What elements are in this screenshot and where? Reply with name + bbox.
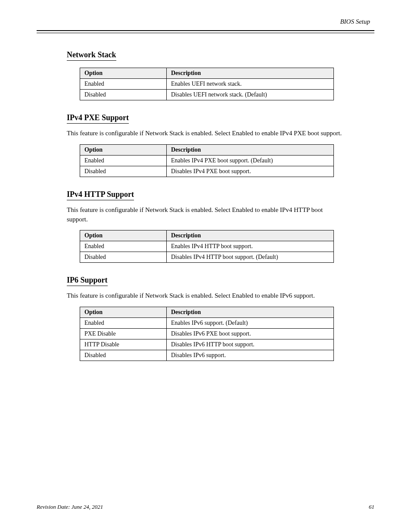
desc-cell: Disables IPv4 PXE boot support. <box>167 166 334 177</box>
table-header-row: Option Description <box>80 68 334 79</box>
desc-cell: Disables IPv6 PXE boot support. <box>167 329 334 339</box>
desc-cell: Enables IPv4 HTTP boot support. <box>167 241 334 252</box>
opt-cell: Disabled <box>80 90 167 100</box>
section-title: Network Stack <box>67 50 116 61</box>
section-desc: This feature is configurable if Network … <box>67 129 342 138</box>
section-ipv4-pxe: IPv4 PXE Support This feature is configu… <box>67 113 374 177</box>
options-table: Option Description Enabled Enables IPv4 … <box>80 230 334 263</box>
opt-cell: Enabled <box>80 79 167 90</box>
desc-cell: Disables UEFI network stack. (Default) <box>167 90 334 100</box>
table-row: Disabled Disables IPv4 PXE boot support. <box>80 166 334 177</box>
desc-cell: Disables IPv4 HTTP boot support. (Defaul… <box>167 252 334 263</box>
desc-cell: Enables IPv6 support. (Default) <box>167 318 334 329</box>
header-right: BIOS Setup <box>340 18 370 25</box>
table-header-row: Option Description <box>80 307 334 318</box>
opt-cell: Disabled <box>80 350 167 361</box>
table-row: PXE Disable Disables IPv6 PXE boot suppo… <box>80 329 334 339</box>
col-description: Description <box>167 307 334 318</box>
footer-revision: Revision Date: June 24, 2021 <box>37 504 103 510</box>
footer: Revision Date: June 24, 2021 61 <box>37 504 374 510</box>
double-rule <box>37 30 374 33</box>
col-description: Description <box>167 68 334 79</box>
footer-page: 61 <box>369 504 374 510</box>
section-title: IP6 Support <box>67 276 108 286</box>
opt-cell: Enabled <box>80 318 167 329</box>
opt-cell: HTTP Disable <box>80 339 167 350</box>
col-option: Option <box>80 68 167 79</box>
desc-cell: Disables IPv6 HTTP boot support. <box>167 339 334 350</box>
opt-cell: Enabled <box>80 241 167 252</box>
options-table: Option Description Enabled Enables IPv6 … <box>80 307 334 361</box>
table-header-row: Option Description <box>80 144 334 155</box>
table-row: Disabled Disables UEFI network stack. (D… <box>80 90 334 100</box>
desc-cell: Disables IPv6 support. <box>167 350 334 361</box>
col-description: Description <box>167 144 334 155</box>
section-ipv4-http: IPv4 HTTP Support This feature is config… <box>67 190 374 263</box>
col-option: Option <box>80 307 167 318</box>
options-table: Option Description Enabled Enables UEFI … <box>80 68 334 100</box>
desc-cell: Enables UEFI network stack. <box>167 79 334 90</box>
table-row: HTTP Disable Disables IPv6 HTTP boot sup… <box>80 339 334 350</box>
section-title: IPv4 PXE Support <box>67 113 129 124</box>
table-row: Disabled Disables IPv6 support. <box>80 350 334 361</box>
page: BIOS Setup Network Stack Option Descript… <box>0 0 411 532</box>
section-network-stack: Network Stack Option Description Enabled… <box>67 50 374 100</box>
col-description: Description <box>167 230 334 241</box>
section-desc: This feature is configurable if Network … <box>67 291 342 301</box>
section-title: IPv4 HTTP Support <box>67 190 134 200</box>
opt-cell: PXE Disable <box>80 329 167 339</box>
options-table: Option Description Enabled Enables IPv4 … <box>80 144 334 177</box>
table-row: Enabled Enables UEFI network stack. <box>80 79 334 90</box>
table-header-row: Option Description <box>80 230 334 241</box>
table-row: Enabled Enables IPv4 HTTP boot support. <box>80 241 334 252</box>
opt-cell: Disabled <box>80 252 167 263</box>
col-option: Option <box>80 230 167 241</box>
opt-cell: Disabled <box>80 166 167 177</box>
section-desc: This feature is configurable if Network … <box>67 205 342 224</box>
desc-cell: Enables IPv4 PXE boot support. (Default) <box>167 155 334 166</box>
table-row: Enabled Enables IPv4 PXE boot support. (… <box>80 155 334 166</box>
table-row: Enabled Enables IPv6 support. (Default) <box>80 318 334 329</box>
section-ip6: IP6 Support This feature is configurable… <box>67 276 374 361</box>
opt-cell: Enabled <box>80 155 167 166</box>
col-option: Option <box>80 144 167 155</box>
table-row: Disabled Disables IPv4 HTTP boot support… <box>80 252 334 263</box>
